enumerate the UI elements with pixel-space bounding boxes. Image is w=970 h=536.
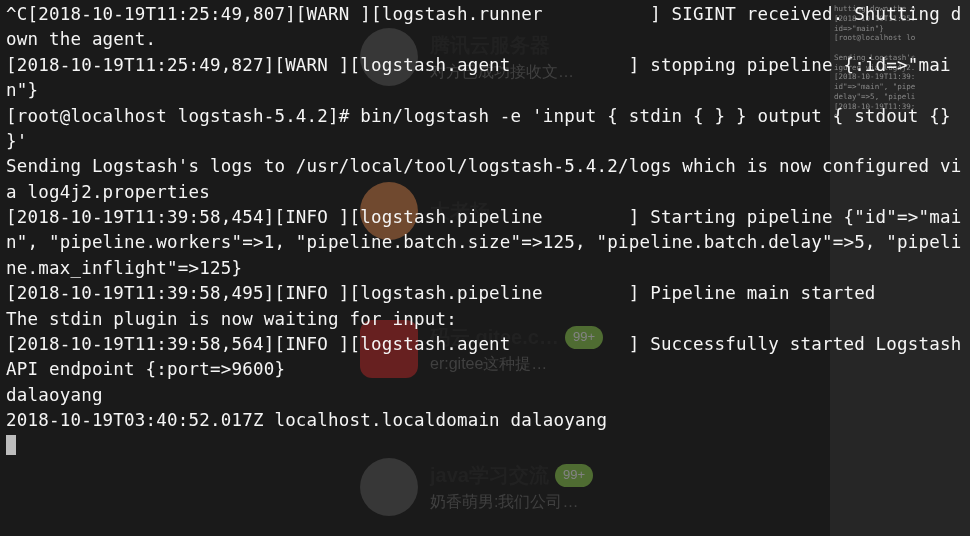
terminal-cursor <box>6 435 16 455</box>
terminal-output[interactable]: ^C[2018-10-19T11:25:49,807][WARN ][logst… <box>0 0 970 536</box>
